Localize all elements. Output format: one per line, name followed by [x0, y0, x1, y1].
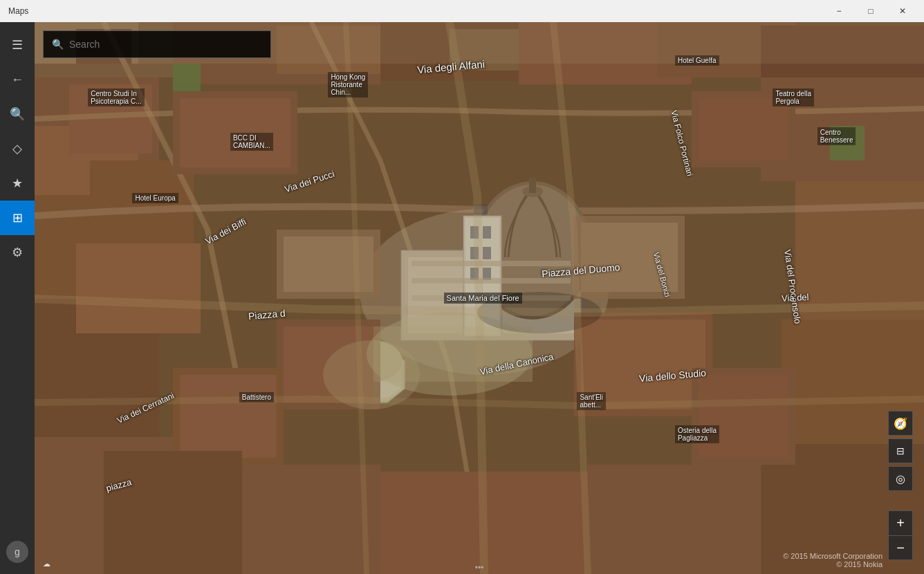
- search-icon: 🔍: [10, 107, 25, 122]
- map-container[interactable]: Via degli Alfani Via dei Pucci Via dei B…: [35, 22, 924, 574]
- sidebar-item-directions[interactable]: ◇: [0, 131, 35, 166]
- zoom-out-button[interactable]: −: [888, 535, 913, 560]
- layers-button[interactable]: ⊟: [888, 438, 913, 463]
- location-icon: ◎: [896, 472, 905, 485]
- compass-icon: 🧭: [894, 417, 907, 430]
- zoom-in-button[interactable]: +: [888, 510, 913, 535]
- favorites-icon: ★: [12, 176, 23, 191]
- more-options-button[interactable]: •••: [475, 563, 484, 573]
- search-bar-icon: 🔍: [52, 39, 64, 50]
- avatar[interactable]: g: [6, 541, 28, 563]
- search-input[interactable]: [69, 39, 262, 50]
- hamburger-icon: ☰: [12, 37, 23, 53]
- avatar-initial: g: [15, 546, 20, 557]
- zoom-out-icon: −: [896, 540, 905, 556]
- compass-button[interactable]: 🧭: [888, 411, 913, 436]
- sidebar-item-menu[interactable]: ☰: [0, 28, 35, 62]
- collections-icon: ⊞: [12, 210, 23, 225]
- sidebar-item-favorites[interactable]: ★: [0, 166, 35, 201]
- map-svg: [35, 22, 924, 574]
- layers-icon: ⊟: [896, 445, 905, 456]
- sidebar-item-collections[interactable]: ⊞: [0, 201, 35, 235]
- zoom-controls: + −: [888, 510, 913, 560]
- sidebar-item-settings[interactable]: ⚙: [0, 235, 35, 270]
- search-bar[interactable]: 🔍: [43, 30, 271, 58]
- close-button[interactable]: ✕: [887, 0, 918, 22]
- sidebar-item-back[interactable]: ←: [0, 62, 35, 97]
- map-background: [35, 22, 924, 574]
- directions-icon: ◇: [12, 141, 22, 156]
- map-controls: 🧭 ⊟ ◎: [888, 411, 913, 491]
- location-button[interactable]: ◎: [888, 466, 913, 491]
- back-icon: ←: [11, 73, 24, 87]
- minimize-button[interactable]: −: [823, 0, 855, 22]
- weather-widget: ☁: [43, 559, 50, 568]
- zoom-in-icon: +: [896, 515, 905, 531]
- app-container: ☰ ← 🔍 ◇ ★ ⊞ ⚙ g: [0, 22, 924, 574]
- window-controls: − □ ✕: [823, 0, 918, 22]
- settings-icon: ⚙: [12, 245, 23, 260]
- sidebar: ☰ ← 🔍 ◇ ★ ⊞ ⚙ g: [0, 22, 35, 574]
- sidebar-item-search[interactable]: 🔍: [0, 97, 35, 131]
- app-title: Maps: [8, 6, 28, 16]
- maximize-button[interactable]: □: [855, 0, 887, 22]
- svg-rect-72: [35, 22, 924, 574]
- weather-icon: ☁: [43, 559, 50, 568]
- titlebar: Maps − □ ✕: [0, 0, 924, 22]
- sidebar-bottom: g: [6, 541, 28, 568]
